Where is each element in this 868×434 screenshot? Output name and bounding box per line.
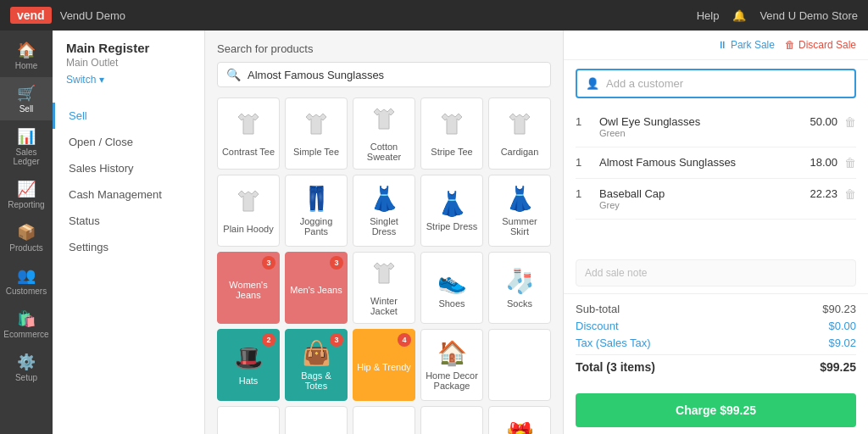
sidebar-icon-label: Products [9,243,42,253]
notification-bell[interactable]: 🔔 [732,9,746,22]
product-tile-singlet-dress[interactable]: 👗Singlet Dress [353,175,415,247]
product-badge: 3 [330,333,343,347]
cart-header: ⏸ Park Sale 🗑 Discard Sale [564,31,868,60]
product-tile-sunglasses4[interactable] [420,406,483,434]
product-tile-name: Home Decor Package [425,370,479,391]
product-tile-sunglasses3[interactable] [353,406,415,434]
product-tile-jogging-pants[interactable]: 👖Jogging Pants [285,175,348,247]
tax-row: Tax (Sales Tax) $9.02 [576,337,856,349]
sidebar-icon-label: Home [15,61,38,70]
ecommerce-icon: 🛍️ [17,309,36,328]
product-panel: Search for products 🔍 Contrast TeeSimple… [205,31,563,434]
product-tile-hats[interactable]: 2🎩Hats [217,329,280,401]
top-nav: vend VendU Demo Help 🔔 Vend U Demo Store [0,0,868,31]
product-tile-hip-trendy[interactable]: 4Hip & Trendy [353,329,415,401]
customers-icon: 👥 [17,266,36,285]
product-tile-simple-tee[interactable]: Simple Tee [285,97,348,170]
product-tile-icon: 👗 [437,190,467,218]
content-area: Search for products 🔍 Contrast TeeSimple… [205,31,868,434]
product-tile-sunglasses2[interactable] [285,406,348,434]
sidebar-item-settings[interactable]: Settings [53,234,204,260]
product-tile-sunglasses1[interactable] [217,406,280,434]
product-tile-gift-card[interactable]: 🎁Gift Card [488,406,551,434]
product-tile-icon: 👗 [505,185,535,213]
sidebar-item-sales-history[interactable]: Sales History [53,155,204,181]
product-tile-home-decor[interactable]: 🏠Home Decor Package [420,329,483,401]
sidebar-icon-reporting[interactable]: 📈Reporting [0,173,53,216]
cart-item-price: 50.00 [810,115,837,128]
delete-cart-item-button[interactable]: 🗑 [844,187,856,201]
product-tile-bags-totes[interactable]: 3👜Bags & Totes [285,329,348,401]
product-tile-womens-jeans[interactable]: 3Women's Jeans [217,252,280,324]
sidebar-icon-ecommerce[interactable]: 🛍️Ecommerce [0,303,53,346]
cart-item-details: Baseball Cap Grey [599,187,803,210]
sidebar-icon-setup[interactable]: ⚙️Setup [0,346,53,389]
sidebar-icon-label: Sell [19,104,34,114]
product-tile-summer-skirt[interactable]: 👗Summer Skirt [488,175,551,247]
home-icon: 🏠 [17,41,36,59]
reporting-icon: 📈 [17,180,36,198]
customer-icon: 👤 [586,77,599,90]
product-tile-plain-hoody[interactable]: Plain Hoody [217,175,280,247]
product-tile-icon: 🎁 [505,421,535,434]
subtotal-row: Sub-total $90.23 [576,303,856,315]
search-box: 🔍 [217,62,551,87]
cart-item-sub: Grey [599,200,803,210]
delete-cart-item-button[interactable]: 🗑 [844,156,856,170]
sell-icon: 🛒 [17,84,36,103]
setup-icon: ⚙️ [17,353,36,371]
sidebar-item-open-close[interactable]: Open / Close [53,129,204,155]
store-label[interactable]: Vend U Demo Store [760,9,858,22]
checkout-button[interactable]: Charge $99.25 [576,393,856,427]
product-tile-winter-jacket[interactable]: Winter Jacket [353,252,415,324]
product-tile-contrast-tee[interactable]: Contrast Tee [217,97,280,170]
product-tile-icon [235,187,262,220]
product-tile-mens-jeans[interactable]: 3Men's Jeans [285,252,348,324]
product-tile-socks[interactable]: 🧦Socks [488,252,551,324]
cart-item-name: Almost Famous Sunglasses [599,156,803,169]
product-tile-name: Jogging Pants [289,216,343,236]
cart-item: 1 Baseball Cap Grey 22.23 🗑 [576,179,856,220]
cart-item-price: 18.00 [810,156,837,169]
sidebar-icon-label: Sales Ledger [3,147,49,166]
customer-input[interactable]: 👤 Add a customer [576,69,856,98]
product-tile-icon: 🎩 [234,344,264,372]
product-tile-name: Hats [239,376,259,386]
cart-item-qty: 1 [576,187,593,200]
product-tile-cardigan[interactable]: Cardigan [488,97,551,170]
vend-logo: vend [10,7,52,24]
sidebar-item-sell[interactable]: Sell [53,103,204,129]
search-input[interactable] [248,69,542,81]
sidebar-icon-customers[interactable]: 👥Customers [0,259,53,303]
cart-items: 1 Owl Eye Sunglasses Green 50.00 🗑 1 Alm… [564,107,868,253]
sidebar-icon-home[interactable]: 🏠Home [0,34,53,77]
product-tile-shoes[interactable]: 👟Shoes [420,252,483,324]
help-link[interactable]: Help [697,9,720,22]
sidebar-icon-label: Reporting [8,200,44,209]
sidebar-item-cash-management[interactable]: Cash Management [53,181,204,208]
register-title: Main Register [53,41,204,55]
switch-button[interactable]: Switch ▾ [53,70,204,89]
chevron-down-icon: ▾ [99,74,104,86]
top-nav-right: Help 🔔 Vend U Demo Store [697,9,858,22]
park-sale-button[interactable]: ⏸ Park Sale [717,39,775,51]
sidebar-nav: SellOpen / CloseSales HistoryCash Manage… [53,103,204,260]
product-tile-stripe-dress[interactable]: 👗Stripe Dress [420,175,483,247]
product-badge: 4 [398,333,411,347]
product-tile-stripe-tee[interactable]: Stripe Tee [420,97,483,170]
product-tile-icon [506,110,533,143]
product-tile-name: Simple Tee [293,147,339,157]
sidebar-icon-sales-ledger[interactable]: 📊Sales Ledger [0,120,53,173]
delete-cart-item-button[interactable]: 🗑 [844,115,856,129]
sidebar-icon-label: Ecommerce [3,330,48,339]
sale-note[interactable]: Add sale note [576,259,856,287]
sidebar-item-status[interactable]: Status [53,208,204,234]
sidebar-icon-sell[interactable]: 🛒Sell [0,77,53,120]
product-tile-name: Hip & Trendy [357,362,411,372]
discard-sale-button[interactable]: 🗑 Discard Sale [785,39,856,51]
product-tile-empty1[interactable] [488,329,551,401]
search-label: Search for products [217,42,551,55]
park-icon: ⏸ [717,39,727,51]
sidebar-icon-products[interactable]: 📦Products [0,216,53,259]
product-tile-cotton-sweater[interactable]: Cotton Sweater [353,97,415,170]
